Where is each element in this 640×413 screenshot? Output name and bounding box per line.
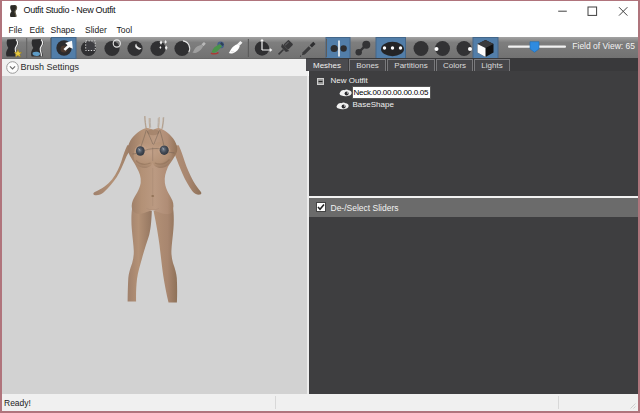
svg-text:Field of View: 65: Field of View: 65 <box>572 41 635 51</box>
